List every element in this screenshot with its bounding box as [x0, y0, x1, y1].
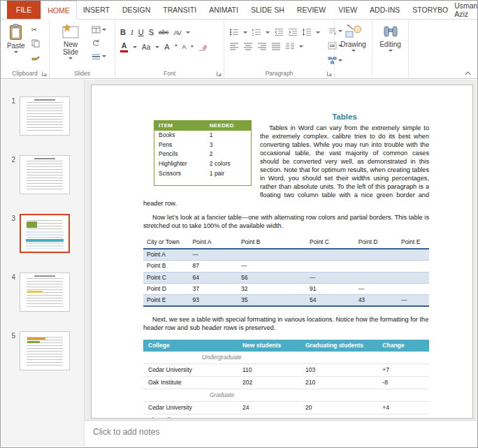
paragraph-special-formatting[interactable]: Next, we see a table with special format… — [143, 316, 429, 333]
reset-button[interactable] — [90, 38, 108, 48]
clear-formatting-button[interactable] — [198, 43, 208, 51]
decrease-indent-button[interactable] — [274, 28, 284, 36]
line-spacing-button[interactable] — [302, 28, 312, 36]
thumbnail-item-5: 5 — [10, 331, 84, 370]
dialog-launcher-icon[interactable] — [326, 71, 333, 77]
eraser-icon — [198, 43, 208, 51]
grow-font-button[interactable]: A — [164, 43, 169, 51]
font-color-button[interactable]: A — [120, 42, 128, 52]
cell: — — [189, 249, 238, 261]
cell: 210 — [300, 376, 377, 389]
strikethrough-button[interactable]: abc — [159, 29, 169, 36]
align-left-button[interactable] — [229, 42, 239, 50]
cell: 53 — [300, 414, 377, 419]
slide-thumbnail-3-selected[interactable] — [20, 214, 70, 253]
table-row: Point A— — [143, 249, 429, 261]
table-header-row: College New students Graduating students… — [143, 340, 429, 352]
distance-table[interactable]: City or Town Point A Point B Point C Poi… — [143, 238, 429, 306]
collapse-ribbon-button[interactable] — [464, 71, 472, 75]
thumbnail-item-2: 2 — [10, 155, 84, 194]
cell — [355, 272, 398, 283]
group-font: B I U S abc AV A Aa A — [115, 20, 224, 78]
increase-indent-button[interactable] — [288, 28, 298, 36]
slide-number: 3 — [10, 214, 15, 253]
slide-thumbnail-1[interactable] — [20, 96, 70, 136]
chevron-up-icon — [464, 71, 472, 75]
dialog-launcher-icon[interactable] — [216, 71, 222, 77]
subheader-label: Undergraduate — [143, 352, 300, 364]
slide-canvas[interactable]: ITEM NEEDED Books1 Pens3 Pencils2 Highli… — [91, 85, 473, 419]
cell: -10 — [377, 414, 429, 419]
tab-addins[interactable]: ADD-INS — [363, 1, 406, 19]
format-painter-button[interactable] — [30, 51, 41, 62]
table-header-row: ITEM NEEDED — [154, 121, 251, 131]
cell — [398, 249, 429, 261]
tab-transitions[interactable]: TRANSITI — [157, 1, 203, 19]
column-header: Point D — [355, 238, 398, 249]
tab-slideshow[interactable]: SLIDE SH — [245, 1, 291, 19]
section-button[interactable] — [90, 51, 108, 62]
slide-thumbnail-4[interactable] — [20, 273, 70, 312]
column-header: Point B — [238, 238, 306, 249]
green-bordered-table[interactable]: ITEM NEEDED Books1 Pens3 Pencils2 Highli… — [154, 120, 252, 186]
layout-button[interactable] — [90, 24, 108, 35]
slide-content: ITEM NEEDED Books1 Pens3 Pencils2 Highli… — [92, 85, 472, 419]
cell — [300, 389, 377, 401]
align-right-button[interactable] — [257, 42, 267, 50]
cell: Pencils — [154, 150, 205, 159]
slide-thumbnail-5[interactable] — [20, 331, 70, 370]
new-slide-icon — [61, 24, 80, 39]
table-row: Elm College4353-10 — [143, 414, 429, 419]
bold-button[interactable]: B — [120, 28, 126, 36]
align-center-button[interactable] — [243, 42, 253, 50]
chevron-down-icon — [266, 31, 270, 34]
new-slide-button[interactable]: New Slide — [52, 22, 89, 62]
tab-insert[interactable]: INSERT — [77, 1, 116, 19]
cell: 202 — [238, 376, 300, 389]
italic-button[interactable]: I — [131, 28, 133, 36]
cell: Elm College — [143, 414, 238, 419]
cell: Point E — [143, 294, 189, 306]
text-shadow-button[interactable]: S — [149, 28, 154, 36]
copy-button[interactable] — [30, 38, 41, 48]
dialog-launcher-icon[interactable] — [41, 71, 48, 77]
underline-button[interactable]: U — [138, 28, 144, 36]
chevron-down-icon — [102, 55, 106, 57]
tab-design[interactable]: DESIGN — [116, 1, 157, 19]
change-case-button[interactable]: Aa — [142, 43, 150, 51]
cell: 64 — [189, 272, 238, 283]
tab-view[interactable]: VIEW — [332, 1, 363, 19]
new-slide-label: New Slide — [56, 41, 85, 56]
columns-button[interactable] — [285, 42, 295, 50]
justify-button[interactable] — [271, 42, 281, 50]
slide-number: 2 — [10, 155, 15, 194]
cell: 3 — [205, 140, 251, 150]
paste-button[interactable]: Paste — [3, 22, 29, 62]
editing-button[interactable]: Editing — [375, 22, 405, 52]
table-row: Point B87— — [143, 261, 429, 272]
column-header: City or Town — [143, 238, 189, 249]
tab-storyboarding[interactable]: STORYBO — [406, 1, 454, 19]
tab-file[interactable]: FILE — [7, 1, 41, 19]
cell — [238, 249, 306, 261]
shrink-font-button[interactable]: A — [182, 43, 187, 50]
user-account-name[interactable]: Usman Aziz — [454, 1, 478, 19]
paragraph-fancier-table[interactable]: Now let’s look at a fancier table—one wi… — [143, 214, 429, 231]
cut-button[interactable]: ✂ — [30, 24, 41, 35]
chevron-down-icon — [316, 31, 320, 34]
slide-thumbnail-2[interactable] — [20, 155, 70, 194]
tab-review[interactable]: REVIEW — [291, 1, 332, 19]
character-spacing-button[interactable]: AV — [173, 29, 181, 36]
numbering-button[interactable] — [252, 28, 261, 36]
notes-pane[interactable]: Click to add notes — [85, 420, 477, 447]
drawing-button[interactable]: Drawing — [338, 22, 369, 52]
college-table[interactable]: College New students Graduating students… — [143, 340, 429, 419]
cut-icon: ✂ — [31, 27, 37, 34]
tab-home[interactable]: HOME — [41, 1, 77, 20]
bullets-button[interactable] — [229, 28, 239, 36]
cell: 110 — [238, 363, 300, 376]
table-row: Cedar University2420+4 — [143, 401, 429, 414]
slide-number: 1 — [10, 96, 15, 136]
cell: Oak Institute — [143, 376, 238, 389]
tab-animations[interactable]: ANIMATI — [203, 1, 245, 19]
